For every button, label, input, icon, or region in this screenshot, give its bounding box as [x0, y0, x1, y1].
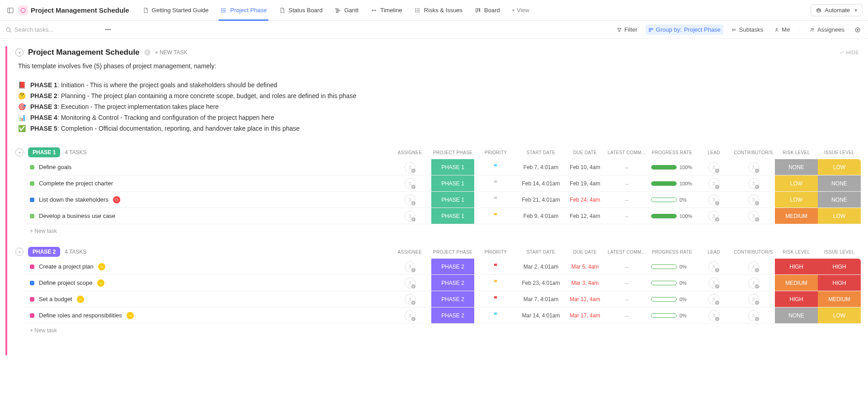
assignee-empty[interactable]: + — [708, 178, 719, 189]
priority-cell[interactable] — [474, 159, 517, 175]
col-header-start[interactable]: START DATE — [517, 250, 565, 255]
assignee-empty[interactable]: + — [748, 211, 759, 222]
assignee-empty[interactable]: + — [405, 261, 415, 272]
contributors-cell[interactable]: + — [732, 307, 775, 323]
issue-cell[interactable]: MEDIUM — [818, 291, 861, 307]
assignee-empty[interactable]: + — [748, 162, 759, 173]
expand-button[interactable] — [853, 25, 863, 35]
lead-cell[interactable]: + — [696, 307, 732, 323]
col-header-lead[interactable]: LEAD — [696, 250, 732, 255]
col-header-start[interactable]: START DATE — [517, 150, 565, 155]
assignee-empty[interactable]: + — [405, 162, 415, 173]
lead-cell[interactable]: + — [696, 175, 732, 191]
phase-cell[interactable]: PHASE 1 — [431, 159, 474, 175]
lead-cell[interactable]: + — [696, 159, 732, 175]
progress-cell[interactable]: 0% — [648, 307, 696, 323]
col-header-phase[interactable]: PROJECT PHASE — [431, 250, 474, 255]
task-name-cell[interactable]: List down the stakeholders⦵ — [24, 192, 388, 208]
new-task-row[interactable]: + New task — [24, 224, 861, 238]
phase-cell[interactable]: PHASE 1 — [431, 192, 474, 208]
task-name-cell[interactable]: Define roles and responsibilities– — [24, 307, 388, 323]
status-dot[interactable] — [30, 297, 34, 302]
flag-icon[interactable] — [493, 295, 499, 303]
col-header-comment[interactable]: LATEST COMM… — [605, 250, 648, 255]
col-header-priority[interactable]: PRIORITY — [474, 150, 517, 155]
hide-button[interactable]: HIDE — [839, 50, 861, 55]
comment-cell[interactable]: – — [605, 192, 648, 208]
progress-cell[interactable]: 100% — [648, 175, 696, 191]
risk-cell[interactable]: MEDIUM — [775, 208, 818, 224]
risk-cell[interactable]: LOW — [775, 192, 818, 208]
lead-cell[interactable]: + — [696, 259, 732, 274]
assignee-empty[interactable]: + — [405, 211, 415, 222]
tab-risks-issues[interactable]: Risks & Issues — [409, 0, 468, 21]
lead-cell[interactable]: + — [696, 291, 732, 307]
priority-cell[interactable] — [474, 291, 517, 307]
comment-cell[interactable]: – — [605, 307, 648, 323]
flag-icon[interactable] — [493, 179, 499, 187]
contributors-cell[interactable]: + — [732, 175, 775, 191]
status-dot[interactable] — [30, 165, 34, 170]
add-view-button[interactable]: + View — [506, 0, 535, 21]
task-row[interactable]: Define roles and responsibilities–+PHASE… — [24, 307, 861, 324]
tab-gantt[interactable]: Gantt — [329, 0, 364, 21]
priority-cell[interactable] — [474, 275, 517, 291]
task-row[interactable]: Define goals+PHASE 1Feb 7, 4:01amFeb 10,… — [24, 159, 861, 175]
col-header-assignee[interactable]: ASSIGNEE — [388, 150, 431, 155]
assignee-empty[interactable]: + — [748, 310, 759, 321]
assignee-empty[interactable]: + — [405, 178, 415, 189]
due-date-cell[interactable]: Feb 24, 4am — [565, 192, 605, 208]
issue-cell[interactable]: HIGH — [818, 259, 861, 274]
start-date-cell[interactable]: Feb 9, 4:01am — [517, 208, 565, 224]
issue-cell[interactable]: LOW — [818, 208, 861, 224]
col-header-assignee[interactable]: ASSIGNEE — [388, 250, 431, 255]
issue-cell[interactable]: NONE — [818, 192, 861, 208]
contributors-cell[interactable]: + — [732, 291, 775, 307]
status-dot[interactable] — [30, 214, 34, 218]
new-task-button[interactable]: + NEW TASK — [155, 49, 188, 56]
assignee-cell[interactable]: + — [388, 175, 431, 191]
sidebar-toggle-icon[interactable] — [5, 5, 15, 15]
task-name-cell[interactable]: Define project scope– — [24, 275, 388, 291]
issue-cell[interactable]: LOW — [818, 307, 861, 323]
contributors-cell[interactable]: + — [732, 275, 775, 291]
assignees-button[interactable]: Assignees — [807, 24, 847, 35]
issue-cell[interactable]: LOW — [818, 159, 861, 175]
assignee-empty[interactable]: + — [748, 294, 759, 305]
lead-cell[interactable]: + — [696, 208, 732, 224]
search-input[interactable] — [14, 26, 78, 33]
group-collapse-icon[interactable]: ▾ — [15, 148, 24, 156]
phase-cell[interactable]: PHASE 2 — [431, 275, 474, 291]
new-task-row[interactable]: + New task — [24, 324, 861, 337]
assignee-empty[interactable]: + — [405, 194, 415, 205]
task-row[interactable]: List down the stakeholders⦵+PHASE 1Feb 2… — [24, 192, 861, 208]
tab-timeline[interactable]: Timeline — [365, 0, 408, 21]
assignee-empty[interactable]: + — [708, 194, 719, 205]
assignee-empty[interactable]: + — [708, 294, 719, 305]
progress-cell[interactable]: 0% — [648, 291, 696, 307]
group-chip[interactable]: PHASE 2 — [28, 247, 60, 257]
priority-cell[interactable] — [474, 259, 517, 274]
phase-cell[interactable]: PHASE 1 — [431, 208, 474, 224]
risk-cell[interactable]: NONE — [775, 307, 818, 323]
assignee-cell[interactable]: + — [388, 275, 431, 291]
risk-cell[interactable]: NONE — [775, 159, 818, 175]
assignee-cell[interactable]: + — [388, 192, 431, 208]
progress-cell[interactable]: 100% — [648, 208, 696, 224]
priority-cell[interactable] — [474, 175, 517, 191]
flag-icon[interactable] — [493, 196, 499, 203]
assignee-empty[interactable]: + — [708, 162, 719, 173]
automate-button[interactable]: Automate ▾ — [811, 4, 863, 16]
lead-cell[interactable]: + — [696, 275, 732, 291]
phase-cell[interactable]: PHASE 2 — [431, 307, 474, 323]
flag-icon[interactable] — [493, 263, 499, 270]
info-icon[interactable]: i — [144, 49, 151, 56]
due-date-cell[interactable]: Feb 10, 4am — [565, 159, 605, 175]
contributors-cell[interactable]: + — [732, 259, 775, 274]
assignee-cell[interactable]: + — [388, 208, 431, 224]
assignee-empty[interactable]: + — [708, 310, 719, 321]
phase-cell[interactable]: PHASE 2 — [431, 259, 474, 274]
section-title[interactable]: Project Management Schedule — [28, 48, 140, 57]
comment-cell[interactable]: – — [605, 208, 648, 224]
comment-cell[interactable]: – — [605, 291, 648, 307]
